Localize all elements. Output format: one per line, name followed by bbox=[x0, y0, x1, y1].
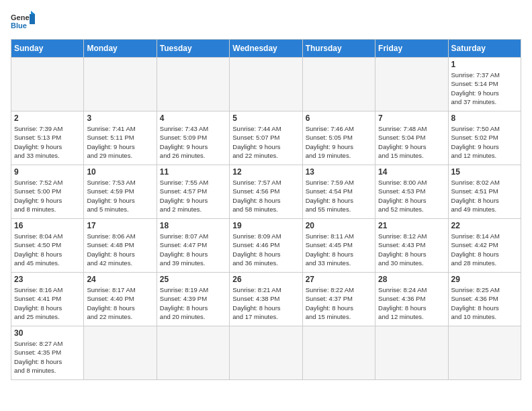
day-number: 13 bbox=[306, 167, 372, 177]
calendar-cell: 30Sunrise: 8:27 AM Sunset: 4:35 PM Dayli… bbox=[11, 326, 84, 380]
day-number: 15 bbox=[451, 167, 518, 177]
day-number: 10 bbox=[87, 167, 153, 177]
day-info: Sunrise: 8:16 AM Sunset: 4:41 PM Dayligh… bbox=[14, 285, 81, 321]
calendar-cell: 21Sunrise: 8:12 AM Sunset: 4:43 PM Dayli… bbox=[375, 219, 448, 273]
calendar-cell: 3Sunrise: 7:41 AM Sunset: 5:11 PM Daylig… bbox=[84, 111, 157, 165]
weekday-header-tuesday: Tuesday bbox=[157, 40, 229, 58]
day-number: 28 bbox=[378, 275, 445, 284]
calendar-cell bbox=[230, 58, 302, 111]
calendar-cell: 5Sunrise: 7:44 AM Sunset: 5:07 PM Daylig… bbox=[230, 111, 302, 165]
calendar-cell: 19Sunrise: 8:09 AM Sunset: 4:46 PM Dayli… bbox=[230, 219, 302, 273]
calendar-week-1: 1Sunrise: 7:37 AM Sunset: 5:14 PM Daylig… bbox=[11, 58, 521, 111]
day-number: 7 bbox=[378, 113, 445, 123]
day-number: 11 bbox=[160, 167, 226, 177]
day-number: 6 bbox=[306, 113, 372, 123]
day-info: Sunrise: 8:06 AM Sunset: 4:48 PM Dayligh… bbox=[87, 232, 153, 267]
calendar-cell bbox=[375, 58, 448, 111]
svg-text:Blue: Blue bbox=[11, 21, 27, 30]
weekday-header-wednesday: Wednesday bbox=[230, 40, 302, 58]
day-number: 27 bbox=[306, 275, 372, 284]
calendar-cell: 29Sunrise: 8:25 AM Sunset: 4:36 PM Dayli… bbox=[448, 273, 521, 326]
weekday-header-monday: Monday bbox=[84, 40, 157, 58]
calendar-cell: 23Sunrise: 8:16 AM Sunset: 4:41 PM Dayli… bbox=[11, 273, 84, 326]
day-number: 18 bbox=[160, 221, 226, 230]
calendar-cell: 17Sunrise: 8:06 AM Sunset: 4:48 PM Dayli… bbox=[84, 219, 157, 273]
page-header: General Blue bbox=[11, 11, 521, 31]
day-info: Sunrise: 8:17 AM Sunset: 4:40 PM Dayligh… bbox=[87, 285, 153, 321]
day-info: Sunrise: 7:43 AM Sunset: 5:09 PM Dayligh… bbox=[160, 124, 226, 160]
calendar-cell: 26Sunrise: 8:21 AM Sunset: 4:38 PM Dayli… bbox=[230, 273, 302, 326]
calendar-table: SundayMondayTuesdayWednesdayThursdayFrid… bbox=[11, 39, 521, 380]
calendar-cell: 13Sunrise: 7:59 AM Sunset: 4:54 PM Dayli… bbox=[302, 165, 375, 219]
day-number: 12 bbox=[232, 167, 299, 177]
calendar-cell: 24Sunrise: 8:17 AM Sunset: 4:40 PM Dayli… bbox=[84, 273, 157, 326]
weekday-header-thursday: Thursday bbox=[302, 40, 375, 58]
day-number: 2 bbox=[14, 113, 81, 123]
calendar-week-4: 16Sunrise: 8:04 AM Sunset: 4:50 PM Dayli… bbox=[11, 219, 521, 273]
calendar-cell bbox=[157, 58, 229, 111]
day-info: Sunrise: 8:02 AM Sunset: 4:51 PM Dayligh… bbox=[451, 178, 518, 214]
day-number: 25 bbox=[160, 275, 226, 284]
logo: General Blue bbox=[11, 11, 35, 31]
day-info: Sunrise: 7:57 AM Sunset: 4:56 PM Dayligh… bbox=[232, 178, 299, 214]
calendar-cell: 20Sunrise: 8:11 AM Sunset: 4:45 PM Dayli… bbox=[302, 219, 375, 273]
day-number: 9 bbox=[14, 167, 81, 177]
day-info: Sunrise: 8:09 AM Sunset: 4:46 PM Dayligh… bbox=[232, 232, 299, 267]
calendar-week-2: 2Sunrise: 7:39 AM Sunset: 5:13 PM Daylig… bbox=[11, 111, 521, 165]
day-number: 17 bbox=[87, 221, 153, 230]
day-number: 5 bbox=[232, 113, 299, 123]
weekday-header-row: SundayMondayTuesdayWednesdayThursdayFrid… bbox=[11, 40, 521, 58]
day-number: 4 bbox=[160, 113, 226, 123]
day-number: 14 bbox=[378, 167, 445, 177]
day-info: Sunrise: 7:55 AM Sunset: 4:57 PM Dayligh… bbox=[160, 178, 226, 214]
day-info: Sunrise: 8:00 AM Sunset: 4:53 PM Dayligh… bbox=[378, 178, 445, 214]
day-info: Sunrise: 8:22 AM Sunset: 4:37 PM Dayligh… bbox=[306, 285, 372, 321]
day-info: Sunrise: 7:39 AM Sunset: 5:13 PM Dayligh… bbox=[14, 124, 81, 160]
logo-icon: General Blue bbox=[11, 11, 35, 31]
day-info: Sunrise: 7:59 AM Sunset: 4:54 PM Dayligh… bbox=[306, 178, 372, 214]
calendar-cell: 6Sunrise: 7:46 AM Sunset: 5:05 PM Daylig… bbox=[302, 111, 375, 165]
calendar-cell: 2Sunrise: 7:39 AM Sunset: 5:13 PM Daylig… bbox=[11, 111, 84, 165]
calendar-cell: 18Sunrise: 8:07 AM Sunset: 4:47 PM Dayli… bbox=[157, 219, 229, 273]
calendar-cell: 11Sunrise: 7:55 AM Sunset: 4:57 PM Dayli… bbox=[157, 165, 229, 219]
day-info: Sunrise: 8:11 AM Sunset: 4:45 PM Dayligh… bbox=[306, 232, 372, 267]
day-info: Sunrise: 8:07 AM Sunset: 4:47 PM Dayligh… bbox=[160, 232, 226, 267]
calendar-cell: 10Sunrise: 7:53 AM Sunset: 4:59 PM Dayli… bbox=[84, 165, 157, 219]
calendar-cell: 22Sunrise: 8:14 AM Sunset: 4:42 PM Dayli… bbox=[448, 219, 521, 273]
calendar-cell bbox=[302, 58, 375, 111]
calendar-cell: 1Sunrise: 7:37 AM Sunset: 5:14 PM Daylig… bbox=[448, 58, 521, 111]
day-number: 1 bbox=[451, 60, 518, 69]
day-info: Sunrise: 7:37 AM Sunset: 5:14 PM Dayligh… bbox=[451, 71, 518, 106]
weekday-header-sunday: Sunday bbox=[11, 40, 84, 58]
calendar-week-5: 23Sunrise: 8:16 AM Sunset: 4:41 PM Dayli… bbox=[11, 273, 521, 326]
day-info: Sunrise: 8:25 AM Sunset: 4:36 PM Dayligh… bbox=[451, 285, 518, 321]
day-info: Sunrise: 7:44 AM Sunset: 5:07 PM Dayligh… bbox=[232, 124, 299, 160]
calendar-week-3: 9Sunrise: 7:52 AM Sunset: 5:00 PM Daylig… bbox=[11, 165, 521, 219]
weekday-header-saturday: Saturday bbox=[448, 40, 521, 58]
calendar-cell: 9Sunrise: 7:52 AM Sunset: 5:00 PM Daylig… bbox=[11, 165, 84, 219]
calendar-cell: 14Sunrise: 8:00 AM Sunset: 4:53 PM Dayli… bbox=[375, 165, 448, 219]
day-number: 22 bbox=[451, 221, 518, 230]
calendar-cell: 8Sunrise: 7:50 AM Sunset: 5:02 PM Daylig… bbox=[448, 111, 521, 165]
day-info: Sunrise: 8:14 AM Sunset: 4:42 PM Dayligh… bbox=[451, 232, 518, 267]
calendar-cell: 15Sunrise: 8:02 AM Sunset: 4:51 PM Dayli… bbox=[448, 165, 521, 219]
day-info: Sunrise: 7:48 AM Sunset: 5:04 PM Dayligh… bbox=[378, 124, 445, 160]
day-number: 19 bbox=[232, 221, 299, 230]
calendar-cell: 16Sunrise: 8:04 AM Sunset: 4:50 PM Dayli… bbox=[11, 219, 84, 273]
day-number: 20 bbox=[306, 221, 372, 230]
calendar-cell bbox=[84, 326, 157, 380]
calendar-cell bbox=[302, 326, 375, 380]
calendar-cell bbox=[84, 58, 157, 111]
calendar-cell bbox=[375, 326, 448, 380]
calendar-week-6: 30Sunrise: 8:27 AM Sunset: 4:35 PM Dayli… bbox=[11, 326, 521, 380]
calendar-cell: 7Sunrise: 7:48 AM Sunset: 5:04 PM Daylig… bbox=[375, 111, 448, 165]
day-info: Sunrise: 7:50 AM Sunset: 5:02 PM Dayligh… bbox=[451, 124, 518, 160]
calendar-cell: 25Sunrise: 8:19 AM Sunset: 4:39 PM Dayli… bbox=[157, 273, 229, 326]
day-info: Sunrise: 8:19 AM Sunset: 4:39 PM Dayligh… bbox=[160, 285, 226, 321]
calendar-cell: 28Sunrise: 8:24 AM Sunset: 4:36 PM Dayli… bbox=[375, 273, 448, 326]
day-info: Sunrise: 8:24 AM Sunset: 4:36 PM Dayligh… bbox=[378, 285, 445, 321]
day-info: Sunrise: 7:41 AM Sunset: 5:11 PM Dayligh… bbox=[87, 124, 153, 160]
calendar-cell bbox=[230, 326, 302, 380]
day-number: 3 bbox=[87, 113, 153, 123]
day-number: 29 bbox=[451, 275, 518, 284]
